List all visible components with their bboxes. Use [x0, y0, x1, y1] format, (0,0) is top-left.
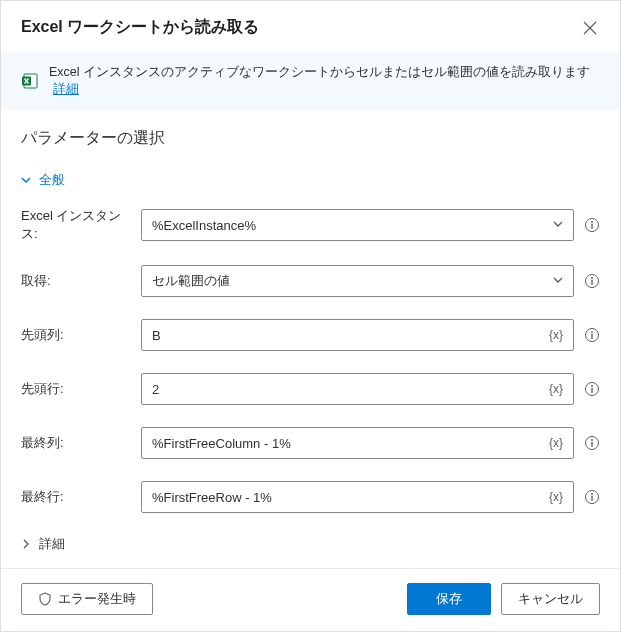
chevron-down-icon [551, 274, 565, 288]
variable-picker-icon[interactable]: {x} [547, 436, 565, 450]
svg-point-9 [591, 331, 593, 333]
info-icon[interactable] [584, 489, 600, 505]
end-column-input[interactable]: %FirstFreeColumn - 1% {x} [141, 427, 574, 459]
variable-picker-icon[interactable]: {x} [547, 382, 565, 396]
cancel-button[interactable]: キャンセル [501, 583, 600, 615]
start-row-label: 先頭行: [21, 380, 131, 398]
excel-instance-select[interactable]: %ExcelInstance% [141, 209, 574, 241]
start-column-label: 先頭列: [21, 326, 131, 344]
start-column-input[interactable]: B {x} [141, 319, 574, 351]
variable-picker-icon[interactable]: {x} [547, 328, 565, 342]
svg-rect-4 [591, 224, 592, 229]
retrieve-value: セル範囲の値 [152, 272, 551, 290]
end-row-value: %FirstFreeRow - 1% [152, 490, 547, 505]
on-error-label: エラー発生時 [58, 590, 136, 608]
svg-point-3 [591, 221, 593, 223]
svg-point-12 [591, 385, 593, 387]
info-icon[interactable] [584, 381, 600, 397]
svg-rect-10 [591, 334, 592, 339]
info-icon[interactable] [584, 327, 600, 343]
svg-point-6 [591, 277, 593, 279]
shield-icon [38, 592, 52, 606]
dialog-title: Excel ワークシートから読み取る [21, 17, 259, 38]
end-column-value: %FirstFreeColumn - 1% [152, 436, 547, 451]
info-icon[interactable] [584, 217, 600, 233]
chevron-down-icon [21, 175, 31, 185]
start-row-value: 2 [152, 382, 547, 397]
excel-instance-label: Excel インスタンス: [21, 207, 131, 243]
advanced-section-label: 詳細 [39, 535, 65, 553]
variable-picker-icon[interactable]: {x} [547, 490, 565, 504]
chevron-down-icon [551, 218, 565, 232]
close-icon [583, 21, 597, 35]
on-error-button[interactable]: エラー発生時 [21, 583, 153, 615]
general-section-toggle[interactable]: 全般 [21, 171, 600, 189]
svg-rect-19 [591, 496, 592, 501]
info-bar: Excel インスタンスのアクティブなワークシートからセルまたはセル範囲の値を読… [1, 52, 620, 110]
svg-point-18 [591, 493, 593, 495]
end-row-input[interactable]: %FirstFreeRow - 1% {x} [141, 481, 574, 513]
advanced-section-toggle[interactable]: 詳細 [21, 535, 600, 553]
chevron-right-icon [21, 539, 31, 549]
retrieve-select[interactable]: セル範囲の値 [141, 265, 574, 297]
info-text: Excel インスタンスのアクティブなワークシートからセルまたはセル範囲の値を読… [49, 65, 590, 79]
svg-rect-7 [591, 280, 592, 285]
start-row-input[interactable]: 2 {x} [141, 373, 574, 405]
end-column-label: 最終列: [21, 434, 131, 452]
excel-icon [21, 72, 39, 90]
retrieve-label: 取得: [21, 272, 131, 290]
svg-rect-16 [591, 442, 592, 447]
section-title: パラメーターの選択 [21, 128, 600, 149]
close-button[interactable] [580, 18, 600, 38]
general-section-label: 全般 [39, 171, 65, 189]
info-icon[interactable] [584, 435, 600, 451]
info-link[interactable]: 詳細 [53, 82, 79, 96]
svg-point-15 [591, 439, 593, 441]
svg-rect-13 [591, 388, 592, 393]
save-button[interactable]: 保存 [407, 583, 491, 615]
end-row-label: 最終行: [21, 488, 131, 506]
start-column-value: B [152, 328, 547, 343]
excel-instance-value: %ExcelInstance% [152, 218, 551, 233]
info-icon[interactable] [584, 273, 600, 289]
